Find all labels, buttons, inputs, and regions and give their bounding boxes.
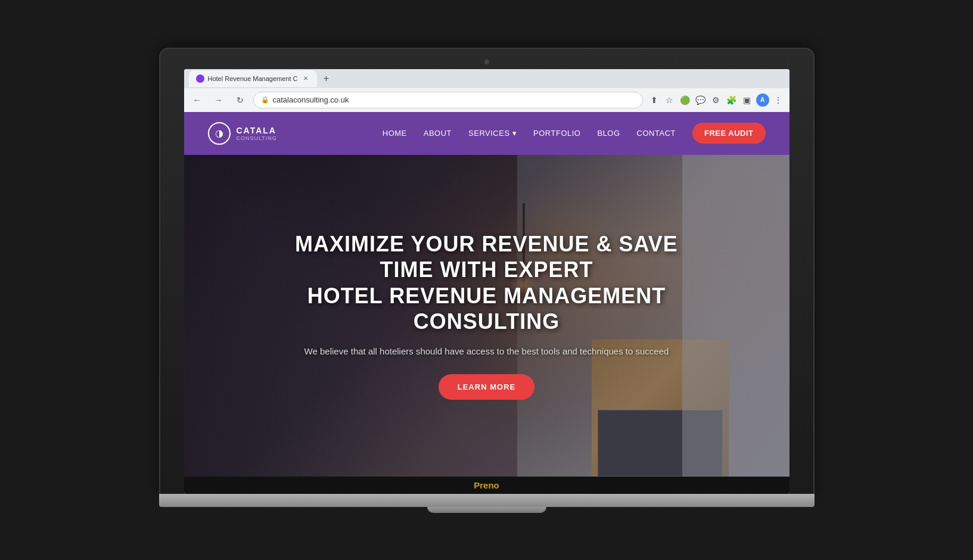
- new-tab-button[interactable]: +: [319, 71, 334, 86]
- browser: Hotel Revenue Management C ✕ + ← → ↻ 🔒 c…: [184, 69, 789, 494]
- extension-icon-blue[interactable]: 💬: [694, 94, 707, 107]
- bottom-label: Preno: [474, 480, 499, 490]
- refresh-button[interactable]: ↻: [232, 92, 248, 108]
- tab-title: Hotel Revenue Management C: [208, 75, 298, 82]
- logo-icon: ◑: [208, 122, 231, 145]
- free-audit-button[interactable]: FREE AUDIT: [692, 123, 766, 144]
- nav-portfolio[interactable]: PORTFOLIO: [533, 129, 580, 138]
- extension-icon-green[interactable]: 🟢: [679, 94, 692, 107]
- toolbar-icons: ⬆ ☆ 🟢 💬 ⚙ 🧩 ▣ A ⋮: [648, 94, 785, 107]
- screen-bezel: Hotel Revenue Management C ✕ + ← → ↻ 🔒 c…: [184, 69, 789, 494]
- puzzle-icon[interactable]: 🧩: [725, 94, 738, 107]
- address-bar-row: ← → ↻ 🔒 catalaconsulting.co.uk ⬆ ☆ 🟢 💬 ⚙…: [184, 88, 789, 112]
- hero-subtitle: We believe that all hoteliers should hav…: [266, 346, 707, 356]
- hero-section: MAXIMIZE YOUR REVENUE & SAVE TIME WITH E…: [184, 155, 789, 477]
- hero-content: MAXIMIZE YOUR REVENUE & SAVE TIME WITH E…: [254, 231, 719, 400]
- laptop-foot: [427, 507, 546, 513]
- sidebar-icon[interactable]: ▣: [741, 94, 754, 107]
- bottom-bar: Preno: [184, 477, 789, 494]
- nav-home[interactable]: HOME: [383, 129, 407, 138]
- camera: [484, 60, 489, 64]
- hero-title-line2: HOTEL REVENUE MANAGEMENT CONSULTING: [307, 284, 666, 334]
- lock-icon: 🔒: [261, 96, 269, 104]
- hero-title-line1: MAXIMIZE YOUR REVENUE & SAVE TIME WITH E…: [295, 232, 678, 282]
- nav-services[interactable]: SERVICES ▾: [468, 129, 517, 138]
- settings-icon[interactable]: ⚙: [710, 94, 723, 107]
- laptop-bottom: [159, 494, 815, 507]
- hero-cta-button[interactable]: LEARN MORE: [439, 374, 534, 400]
- bookmark-icon[interactable]: ☆: [663, 94, 676, 107]
- browser-tab[interactable]: Hotel Revenue Management C ✕: [189, 70, 317, 87]
- logo-name: CATALA: [237, 126, 277, 135]
- tab-favicon: [196, 74, 204, 83]
- site-nav: ◑ CATALA CONSULTING HOME ABOUT SERVICES: [184, 112, 789, 155]
- back-button[interactable]: ←: [189, 92, 206, 108]
- share-icon[interactable]: ⬆: [648, 94, 661, 107]
- website: ◑ CATALA CONSULTING HOME ABOUT SERVICES: [184, 112, 789, 494]
- user-avatar[interactable]: A: [756, 94, 769, 107]
- nav-contact[interactable]: CONTACT: [637, 129, 676, 138]
- nav-blog[interactable]: BLOG: [597, 129, 620, 138]
- chevron-down-icon: ▾: [512, 129, 517, 138]
- forward-button[interactable]: →: [210, 92, 227, 108]
- menu-icon[interactable]: ⋮: [772, 94, 785, 107]
- laptop-top: Hotel Revenue Management C ✕ + ← → ↻ 🔒 c…: [159, 48, 815, 494]
- laptop-shell: Hotel Revenue Management C ✕ + ← → ↻ 🔒 c…: [159, 48, 815, 513]
- url-text: catalaconsulting.co.uk: [273, 95, 349, 104]
- tab-bar: Hotel Revenue Management C ✕ +: [184, 69, 789, 88]
- site-logo[interactable]: ◑ CATALA CONSULTING: [208, 122, 277, 145]
- hero-title: MAXIMIZE YOUR REVENUE & SAVE TIME WITH E…: [266, 231, 707, 334]
- tab-close-button[interactable]: ✕: [301, 74, 310, 83]
- address-bar[interactable]: 🔒 catalaconsulting.co.uk: [253, 92, 643, 108]
- nav-links: HOME ABOUT SERVICES ▾ PORTFOLIO BLOG CON…: [383, 123, 766, 144]
- logo-sub: CONSULTING: [237, 135, 277, 141]
- nav-services-label: SERVICES: [468, 129, 510, 138]
- logo-text: CATALA CONSULTING: [237, 126, 277, 141]
- nav-about[interactable]: ABOUT: [424, 129, 452, 138]
